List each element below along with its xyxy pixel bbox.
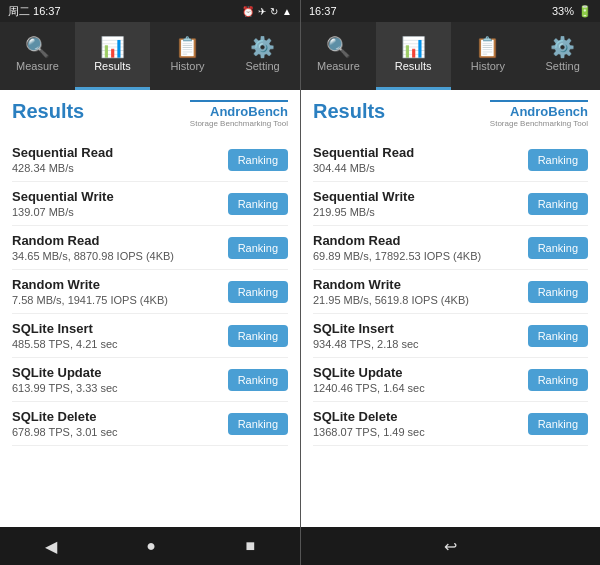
right-tab-results[interactable]: 📊 Results xyxy=(376,22,451,90)
left-results-title: Results xyxy=(12,100,84,123)
left-tab-results-label: Results xyxy=(94,60,131,72)
left-bench-row: SQLite Delete 678.98 TPS, 3.01 sec Ranki… xyxy=(12,402,288,446)
left-bench-name-3: Random Write xyxy=(12,277,168,292)
left-status-right: ⏰ ✈ ↻ ▲ xyxy=(242,6,292,17)
right-bench-name-1: Sequential Write xyxy=(313,189,415,204)
right-bench-info-5: SQLite Update 1240.46 TPS, 1.64 sec xyxy=(313,365,425,394)
right-ranking-btn-1[interactable]: Ranking xyxy=(528,193,588,215)
right-tab-results-label: Results xyxy=(395,60,432,72)
right-bench-value-4: 934.48 TPS, 2.18 sec xyxy=(313,338,419,350)
left-ranking-btn-1[interactable]: Ranking xyxy=(228,193,288,215)
right-bench-row: Random Write 21.95 MB/s, 5619.8 IOPS (4K… xyxy=(313,270,588,314)
left-bench-value-4: 485.58 TPS, 4.21 sec xyxy=(12,338,118,350)
back-button[interactable]: ◀ xyxy=(45,537,57,556)
right-measure-icon: 🔍 xyxy=(326,37,351,57)
right-tab-setting-label: Setting xyxy=(546,60,580,72)
right-bench-name-4: SQLite Insert xyxy=(313,321,419,336)
right-bench-info-1: Sequential Write 219.95 MB/s xyxy=(313,189,415,218)
right-ranking-btn-5[interactable]: Ranking xyxy=(528,369,588,391)
left-bench-info-5: SQLite Update 613.99 TPS, 3.33 sec xyxy=(12,365,118,394)
left-bench-name-4: SQLite Insert xyxy=(12,321,118,336)
right-status-right: 33% 🔋 xyxy=(552,5,592,18)
right-ranking-btn-4[interactable]: Ranking xyxy=(528,325,588,347)
right-bench-info-0: Sequential Read 304.44 MB/s xyxy=(313,145,414,174)
right-bench-name-5: SQLite Update xyxy=(313,365,425,380)
left-ranking-btn-0[interactable]: Ranking xyxy=(228,149,288,171)
left-status-left: 周二 16:37 xyxy=(8,4,61,19)
right-bench-value-2: 69.89 MB/s, 17892.53 IOPS (4KB) xyxy=(313,250,481,262)
right-tab-measure[interactable]: 🔍 Measure xyxy=(301,22,376,90)
setting-icon: ⚙️ xyxy=(250,37,275,57)
left-ranking-btn-4[interactable]: Ranking xyxy=(228,325,288,347)
left-bench-value-6: 678.98 TPS, 3.01 sec xyxy=(12,426,118,438)
left-bench-name-2: Random Read xyxy=(12,233,174,248)
home-button[interactable]: ● xyxy=(146,537,156,555)
right-bench-row: SQLite Update 1240.46 TPS, 1.64 sec Rank… xyxy=(313,358,588,402)
right-bench-row: SQLite Delete 1368.07 TPS, 1.49 sec Rank… xyxy=(313,402,588,446)
left-androbench-logo: AndroBench Storage Benchmarking Tool xyxy=(190,100,288,128)
right-tab-history-label: History xyxy=(471,60,505,72)
right-androbench-sub: Storage Benchmarking Tool xyxy=(490,119,588,128)
left-bench-info-0: Sequential Read 428.34 MB/s xyxy=(12,145,113,174)
right-bench-name-3: Random Write xyxy=(313,277,469,292)
right-ranking-btn-2[interactable]: Ranking xyxy=(528,237,588,259)
right-results-title: Results xyxy=(313,100,385,123)
left-ranking-btn-6[interactable]: Ranking xyxy=(228,413,288,435)
left-ranking-btn-2[interactable]: Ranking xyxy=(228,237,288,259)
left-tab-history[interactable]: 📋 History xyxy=(150,22,225,90)
left-ranking-btn-3[interactable]: Ranking xyxy=(228,281,288,303)
left-status-bar: 周二 16:37 ⏰ ✈ ↻ ▲ xyxy=(0,0,300,22)
location-icon: ▲ xyxy=(282,6,292,17)
left-tab-setting[interactable]: ⚙️ Setting xyxy=(225,22,300,90)
right-tab-setting[interactable]: ⚙️ Setting xyxy=(525,22,600,90)
right-battery: 33% xyxy=(552,5,574,17)
left-bench-row: SQLite Update 613.99 TPS, 3.33 sec Ranki… xyxy=(12,358,288,402)
left-tab-results[interactable]: 📊 Results xyxy=(75,22,150,90)
left-tab-measure[interactable]: 🔍 Measure xyxy=(0,22,75,90)
right-bench-name-2: Random Read xyxy=(313,233,481,248)
right-androbench-name: AndroBench xyxy=(510,104,588,119)
right-bench-value-0: 304.44 MB/s xyxy=(313,162,414,174)
plane-icon: ✈ xyxy=(258,6,266,17)
right-tab-history[interactable]: 📋 History xyxy=(451,22,526,90)
right-results-icon: 📊 xyxy=(401,37,426,57)
right-bench-value-5: 1240.46 TPS, 1.64 sec xyxy=(313,382,425,394)
right-setting-icon: ⚙️ xyxy=(550,37,575,57)
left-nav-tabs: 🔍 Measure 📊 Results 📋 History ⚙️ Setting xyxy=(0,22,300,90)
refresh-icon: ↻ xyxy=(270,6,278,17)
left-time: 周二 16:37 xyxy=(8,4,61,19)
right-ranking-btn-3[interactable]: Ranking xyxy=(528,281,588,303)
left-ranking-btn-5[interactable]: Ranking xyxy=(228,369,288,391)
left-bench-row: Sequential Write 139.07 MB/s Ranking xyxy=(12,182,288,226)
right-logo-bar xyxy=(490,100,588,102)
right-bench-info-6: SQLite Delete 1368.07 TPS, 1.49 sec xyxy=(313,409,425,438)
left-results-header: Results AndroBench Storage Benchmarking … xyxy=(12,100,288,128)
left-bench-info-6: SQLite Delete 678.98 TPS, 3.01 sec xyxy=(12,409,118,438)
left-bench-name-1: Sequential Write xyxy=(12,189,114,204)
right-bench-value-6: 1368.07 TPS, 1.49 sec xyxy=(313,426,425,438)
right-ranking-btn-0[interactable]: Ranking xyxy=(528,149,588,171)
right-bench-info-2: Random Read 69.89 MB/s, 17892.53 IOPS (4… xyxy=(313,233,481,262)
left-bench-rows: Sequential Read 428.34 MB/s Ranking Sequ… xyxy=(12,138,288,446)
right-bench-value-1: 219.95 MB/s xyxy=(313,206,415,218)
left-bench-value-1: 139.07 MB/s xyxy=(12,206,114,218)
right-ranking-btn-6[interactable]: Ranking xyxy=(528,413,588,435)
left-bench-info-3: Random Write 7.58 MB/s, 1941.75 IOPS (4K… xyxy=(12,277,168,306)
right-status-bar: 16:37 33% 🔋 xyxy=(301,0,600,22)
right-back-button[interactable]: ↩ xyxy=(444,537,457,556)
left-content: Results AndroBench Storage Benchmarking … xyxy=(0,90,300,527)
left-bench-info-4: SQLite Insert 485.58 TPS, 4.21 sec xyxy=(12,321,118,350)
right-status-left: 16:37 xyxy=(309,5,337,17)
right-results-header: Results AndroBench Storage Benchmarking … xyxy=(313,100,588,128)
recents-button[interactable]: ■ xyxy=(246,537,256,555)
left-bench-row: Random Read 34.65 MB/s, 8870.98 IOPS (4K… xyxy=(12,226,288,270)
right-time: 16:37 xyxy=(309,5,337,17)
left-androbench-name: AndroBench xyxy=(210,104,288,119)
right-bench-row: Sequential Write 219.95 MB/s Ranking xyxy=(313,182,588,226)
left-bench-row: Sequential Read 428.34 MB/s Ranking xyxy=(12,138,288,182)
right-bench-name-6: SQLite Delete xyxy=(313,409,425,424)
left-tab-history-label: History xyxy=(170,60,204,72)
right-bench-info-3: Random Write 21.95 MB/s, 5619.8 IOPS (4K… xyxy=(313,277,469,306)
left-bench-name-5: SQLite Update xyxy=(12,365,118,380)
measure-icon: 🔍 xyxy=(25,37,50,57)
